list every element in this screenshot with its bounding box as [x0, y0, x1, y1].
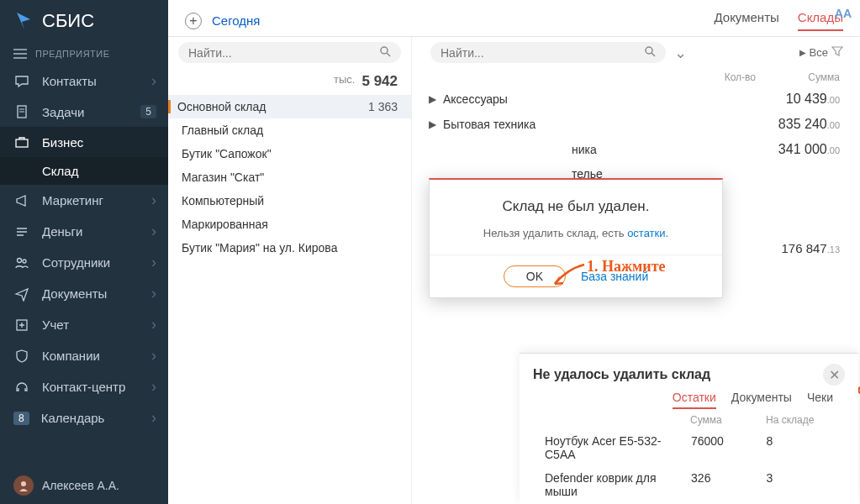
category-row[interactable]: ▶Бытовая техника835 240.00 [420, 112, 860, 137]
warehouse-item[interactable]: Основной склад1 363 [168, 95, 411, 118]
user-name: Алексеев А.А. [42, 479, 119, 492]
filter-all[interactable]: ▶ Все [799, 45, 850, 60]
search-input-right[interactable] [441, 46, 644, 60]
category-sum: 341 000.00 [778, 142, 840, 157]
search-box-right[interactable] [430, 42, 666, 63]
chevron-right-icon: › [151, 192, 156, 209]
panel-row[interactable]: Defender коврик для мыши3263 [520, 466, 858, 503]
warehouse-label: Бутик "Мария" на ул. Кирова [182, 241, 337, 255]
chevron-right-icon: › [151, 347, 156, 365]
svg-line-7 [387, 53, 390, 56]
warehouse-item[interactable]: Главный склад [168, 118, 411, 142]
svg-rect-1 [16, 139, 28, 147]
sidebar-item-label: Контакт-центр [42, 380, 146, 394]
briefcase-icon [13, 134, 30, 150]
sidebar-item-4[interactable]: Маркетинг› [0, 185, 168, 216]
sidebar-item-label: Сотрудники [42, 255, 146, 270]
shield-icon [13, 348, 30, 365]
modal-title: Склад не был удален. [430, 180, 722, 227]
chevron-down-icon[interactable]: ⌄ [674, 44, 687, 62]
item-stock: 8 [766, 434, 833, 461]
item-name: Defender коврик для мыши [545, 471, 691, 498]
sidebar-item-0[interactable]: Контакты› [0, 66, 168, 97]
sidebar-item-label: Маркетинг [42, 193, 146, 207]
section-row[interactable]: ПРЕДПРИЯТИЕ [0, 42, 168, 66]
sidebar-item-label: Компании [42, 349, 146, 363]
section-label: ПРЕДПРИЯТИЕ [35, 49, 110, 59]
people-icon [13, 255, 30, 271]
search-icon [644, 45, 656, 60]
warehouse-value: 1 363 [368, 100, 398, 113]
panel-tabs: Остатки Документы Чеки [520, 391, 858, 411]
megaphone-icon [13, 192, 30, 209]
sidebar-item-1[interactable]: Задачи5 [0, 97, 168, 127]
sidebar-item-2[interactable]: Бизнес [0, 127, 168, 157]
chat-icon [13, 73, 30, 90]
category-label: Аксессуары [443, 92, 508, 106]
logo-row: СБИС [0, 0, 168, 42]
warehouse-item[interactable]: Бутик "Сапожок" [168, 142, 411, 165]
sidebar-item-9[interactable]: Компании› [0, 340, 168, 371]
warehouse-item[interactable]: Компьютерный [168, 189, 411, 213]
panel-tab-documents[interactable]: Документы [731, 391, 792, 409]
category-label: ника [572, 143, 597, 156]
avatar [13, 475, 34, 496]
tab-documents[interactable]: Документы [714, 10, 778, 31]
chevron-right-icon: › [151, 378, 156, 396]
warehouse-item[interactable]: Магазин "Скат" [168, 165, 411, 189]
sidebar-item-3[interactable]: Склад [0, 157, 168, 185]
svg-point-2 [18, 258, 22, 262]
hamburger-icon [13, 49, 27, 59]
remains-link[interactable]: остатки [627, 227, 665, 239]
category-sum: 10 439.00 [786, 92, 840, 107]
sidebar: СБИС ПРЕДПРИЯТИЕ Контакты›Задачи5БизнесС… [0, 0, 168, 504]
panel-tab-remains[interactable]: Остатки [673, 391, 716, 409]
warehouse-label: Маркированная [182, 218, 268, 231]
warehouse-label: Главный склад [182, 123, 263, 137]
sidebar-item-calendar[interactable]: 8 Календарь › [0, 402, 168, 433]
search-box-left[interactable] [178, 42, 401, 63]
panel-title: Не удалось удалить склад [533, 367, 710, 382]
warehouse-item[interactable]: Бутик "Мария" на ул. Кирова [168, 236, 411, 260]
item-stock: 3 [767, 471, 834, 498]
calendar-badge: 8 [13, 412, 29, 425]
chevron-right-icon: › [151, 316, 156, 333]
today-link[interactable]: Сегодня [212, 13, 261, 28]
triangle-right-icon[interactable]: ▶ [429, 118, 436, 130]
warehouse-item[interactable]: Маркированная [168, 213, 411, 236]
sidebar-item-7[interactable]: Документы› [0, 278, 168, 309]
sidebar-item-6[interactable]: Сотрудники› [0, 247, 168, 278]
topbar: + Сегодня Документы Склады [168, 0, 860, 37]
search-input-left[interactable] [188, 46, 379, 60]
chevron-right-icon: › [151, 285, 156, 302]
chevron-right-icon: › [151, 254, 156, 271]
sidebar-item-10[interactable]: Контакт-центр› [0, 371, 168, 402]
filter-icon [831, 45, 843, 60]
main: AA + Сегодня Документы Склады тыс. 5 942… [168, 0, 860, 504]
category-row[interactable]: ника341 000.00 [420, 137, 860, 162]
sidebar-item-8[interactable]: Учет› [0, 309, 168, 340]
sidebar-item-label: Деньги [42, 224, 146, 239]
plusbox-icon [13, 317, 30, 333]
add-button[interactable]: + [185, 13, 202, 29]
text-size-icon[interactable]: AA [835, 7, 852, 20]
category-row[interactable]: ▶Аксессуары10 439.00 [420, 87, 860, 112]
warehouse-list-col: тыс. 5 942 Основной склад1 363Главный ск… [168, 37, 412, 504]
sidebar-item-5[interactable]: Деньги› [0, 216, 168, 247]
headset-icon [13, 379, 30, 396]
catalog-header: Кол-во Сумма [420, 68, 860, 87]
svg-point-5 [21, 481, 26, 486]
send-icon [13, 286, 30, 302]
knowledge-base-link[interactable]: База знаний [581, 270, 648, 283]
app-name: СБИС [42, 10, 94, 32]
sidebar-item-label: Бизнес [42, 135, 156, 150]
panel-tab-checks[interactable]: Чеки [807, 391, 833, 409]
sidebar-item-label: Задачи [42, 105, 140, 119]
warehouse-label: Основной склад [177, 100, 266, 113]
user-row[interactable]: Алексеев А.А. [0, 467, 168, 504]
panel-row[interactable]: Ноутбук Acer E5-532-C5AA760008 [520, 429, 858, 466]
ok-button[interactable]: OK [504, 265, 566, 287]
triangle-right-icon[interactable]: ▶ [429, 93, 436, 105]
close-icon[interactable]: ✕ [823, 364, 845, 386]
item-sum: 326 [691, 471, 766, 498]
